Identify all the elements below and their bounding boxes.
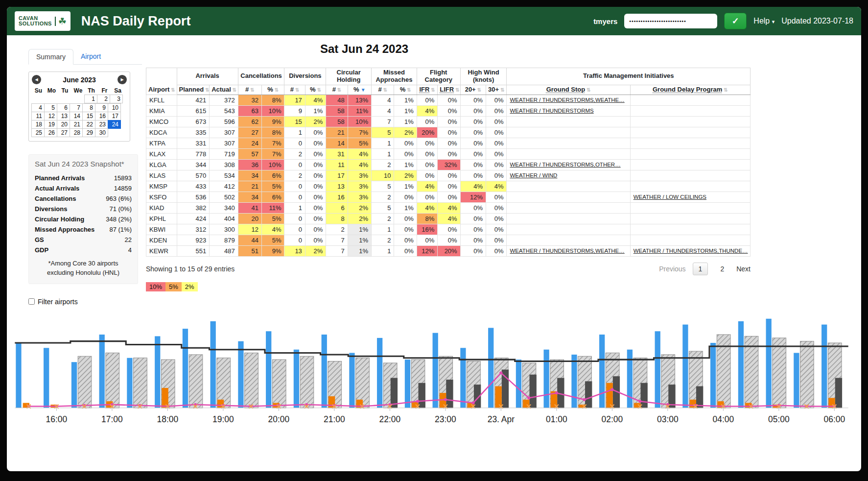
metric-cell: 502 bbox=[210, 192, 238, 202]
calendar-day[interactable]: 2 bbox=[97, 95, 110, 103]
snapshot-row: Planned Arrivals15893 bbox=[35, 173, 132, 183]
calendar-day[interactable]: 6 bbox=[57, 103, 70, 112]
column-header-missed-approaches-count[interactable]: #⇅ bbox=[372, 85, 394, 95]
calendar-day[interactable]: 17 bbox=[108, 112, 121, 120]
calendar-day[interactable]: 11 bbox=[31, 112, 45, 120]
ground-stop-cell: WEATHER / THUNDERSTORMS bbox=[507, 105, 630, 116]
sort-icon[interactable]: ⇅ bbox=[407, 87, 411, 93]
next-month-button[interactable]: ▶ bbox=[117, 75, 127, 84]
tab-summary[interactable]: Summary bbox=[28, 49, 73, 65]
calendar-day[interactable]: 3 bbox=[110, 95, 123, 103]
metric-cell: 1% bbox=[394, 202, 417, 213]
pagination-previous[interactable]: Previous bbox=[659, 265, 685, 273]
sort-icon[interactable]: ⇅ bbox=[383, 87, 387, 93]
calendar-day[interactable]: 7 bbox=[70, 103, 83, 112]
calendar-day[interactable]: 13 bbox=[57, 112, 70, 120]
calendar-day[interactable]: 26 bbox=[44, 128, 57, 137]
metric-cell: 4% bbox=[460, 181, 486, 192]
column-header-missed-approaches-pct[interactable]: %⇅ bbox=[394, 85, 417, 95]
sort-icon[interactable]: ⇅ bbox=[586, 87, 590, 93]
sort-icon[interactable]: ⇅ bbox=[500, 87, 504, 93]
ground-stop-link[interactable]: WEATHER / THUNDERSTORMS,OTHER… bbox=[510, 162, 620, 168]
metric-cell: 5 bbox=[372, 202, 394, 213]
submit-login-button[interactable]: ✓ bbox=[724, 13, 747, 29]
sort-icon[interactable]: ⇅ bbox=[724, 87, 727, 93]
pagination-page-1[interactable]: 1 bbox=[693, 263, 708, 275]
metric-cell: 0% bbox=[438, 170, 460, 181]
metric-cell: 20% bbox=[417, 127, 437, 138]
calendar-day[interactable]: 8 bbox=[82, 103, 95, 112]
sort-icon[interactable]: ⇅ bbox=[295, 87, 299, 93]
calendar-day[interactable]: 9 bbox=[95, 103, 108, 112]
sort-icon[interactable]: ⇅ bbox=[171, 87, 175, 93]
column-header-lifr[interactable]: LIFR⇅ bbox=[438, 85, 460, 95]
sort-icon[interactable]: ⇅ bbox=[275, 87, 279, 93]
sort-icon[interactable]: ⇅ bbox=[233, 87, 236, 93]
column-header-cancellations-count[interactable]: #⇅ bbox=[238, 85, 261, 95]
calendar-day[interactable]: 20 bbox=[57, 120, 70, 129]
pagination-next[interactable]: Next bbox=[736, 265, 751, 273]
sort-descending-icon[interactable]: ▼ bbox=[361, 87, 366, 93]
calendar-day[interactable]: 22 bbox=[82, 120, 95, 129]
column-header-actual[interactable]: Actual⇅ bbox=[210, 85, 238, 95]
ground-stop-link[interactable]: WEATHER / THUNDERSTORMS bbox=[510, 108, 593, 114]
tab-airport[interactable]: Airport bbox=[73, 49, 108, 64]
calendar-day[interactable]: 1 bbox=[84, 95, 97, 103]
airport-code: KEWR bbox=[146, 245, 177, 256]
sort-icon[interactable]: ⇅ bbox=[250, 87, 254, 93]
legend: 10%5%2% bbox=[146, 282, 751, 291]
calendar-day[interactable]: 4 bbox=[31, 103, 45, 112]
calendar-day[interactable]: 19 bbox=[44, 120, 57, 129]
snapshot-value: 71 (0%) bbox=[109, 205, 132, 213]
column-header-ground-stop[interactable]: Ground Stop⇅ bbox=[507, 85, 630, 95]
column-header-wind-30[interactable]: 30+⇅ bbox=[486, 85, 507, 95]
calendar-day[interactable]: 21 bbox=[70, 120, 83, 129]
sort-icon[interactable]: ⇅ bbox=[431, 87, 435, 93]
calendar-day[interactable]: 25 bbox=[31, 128, 45, 137]
calendar-day[interactable]: 29 bbox=[82, 128, 95, 137]
ground-stop-link[interactable]: WEATHER / THUNDERSTORMS,WEATHE… bbox=[510, 97, 624, 103]
calendar-day[interactable]: 15 bbox=[82, 112, 95, 120]
table-sub-header-row: Planned⇅ Actual⇅ #⇅ %⇅ #⇅ %⇅ #⇅ %▼ #⇅ %⇅… bbox=[146, 85, 751, 95]
metric-cell: 31 bbox=[326, 148, 348, 159]
sort-icon[interactable]: ⇅ bbox=[477, 87, 481, 93]
sort-icon[interactable]: ⇅ bbox=[337, 87, 341, 93]
metric-cell: 0% bbox=[417, 159, 437, 170]
column-header-wind-20[interactable]: 20+⇅ bbox=[460, 85, 486, 95]
column-header-airport[interactable]: Airport⇅ bbox=[146, 68, 177, 95]
column-header-cancellations-pct[interactable]: %⇅ bbox=[262, 85, 284, 95]
group-header-high-wind: High Wind (knots) bbox=[460, 68, 507, 85]
calendar-day[interactable]: 14 bbox=[70, 112, 83, 120]
ground-delay-link[interactable]: WEATHER / THUNDERSTORMS,THUNDE… bbox=[633, 248, 748, 254]
calendar-day[interactable]: 16 bbox=[95, 112, 108, 120]
calendar-day[interactable]: 10 bbox=[108, 103, 121, 112]
column-header-ground-delay-program[interactable]: Ground Delay Program⇅ bbox=[630, 85, 750, 95]
ground-delay-link[interactable]: WEATHER / LOW CEILINGS bbox=[633, 194, 706, 200]
snapshot-value: 4 bbox=[128, 246, 132, 254]
previous-month-button[interactable]: ◀ bbox=[32, 75, 41, 84]
calendar-day[interactable]: 23 bbox=[95, 120, 108, 129]
filter-airports-checkbox[interactable] bbox=[28, 298, 35, 305]
column-header-ifr[interactable]: IFR⇅ bbox=[417, 85, 437, 95]
password-field[interactable] bbox=[624, 14, 717, 28]
pagination-page-2[interactable]: 2 bbox=[715, 263, 729, 275]
column-header-planned[interactable]: Planned⇅ bbox=[177, 85, 210, 95]
ground-stop-link[interactable]: WEATHER / THUNDERSTORMS,WEATHE… bbox=[510, 248, 624, 254]
sort-icon[interactable]: ⇅ bbox=[317, 87, 321, 93]
snapshot-value: 963 (6%) bbox=[106, 195, 132, 202]
calendar-day[interactable]: 5 bbox=[44, 103, 57, 112]
column-header-diversions-count[interactable]: #⇅ bbox=[284, 85, 305, 95]
help-menu[interactable]: Help ▾ bbox=[753, 17, 774, 25]
calendar-day[interactable]: 18 bbox=[31, 120, 45, 129]
column-header-circular-holding-count[interactable]: #⇅ bbox=[326, 85, 348, 95]
column-header-diversions-pct[interactable]: %⇅ bbox=[305, 85, 326, 95]
calendar-day[interactable]: 27 bbox=[57, 128, 70, 137]
column-header-circular-holding-pct[interactable]: %▼ bbox=[348, 85, 371, 95]
calendar-day[interactable]: 28 bbox=[70, 128, 83, 137]
ground-stop-link[interactable]: WEATHER / WIND bbox=[510, 172, 557, 178]
calendar-day[interactable]: 24 bbox=[108, 120, 121, 129]
sort-icon[interactable]: ⇅ bbox=[205, 87, 209, 93]
calendar-day[interactable]: 30 bbox=[95, 128, 108, 137]
calendar-day[interactable]: 12 bbox=[44, 112, 57, 120]
sort-icon[interactable]: ⇅ bbox=[455, 87, 459, 93]
